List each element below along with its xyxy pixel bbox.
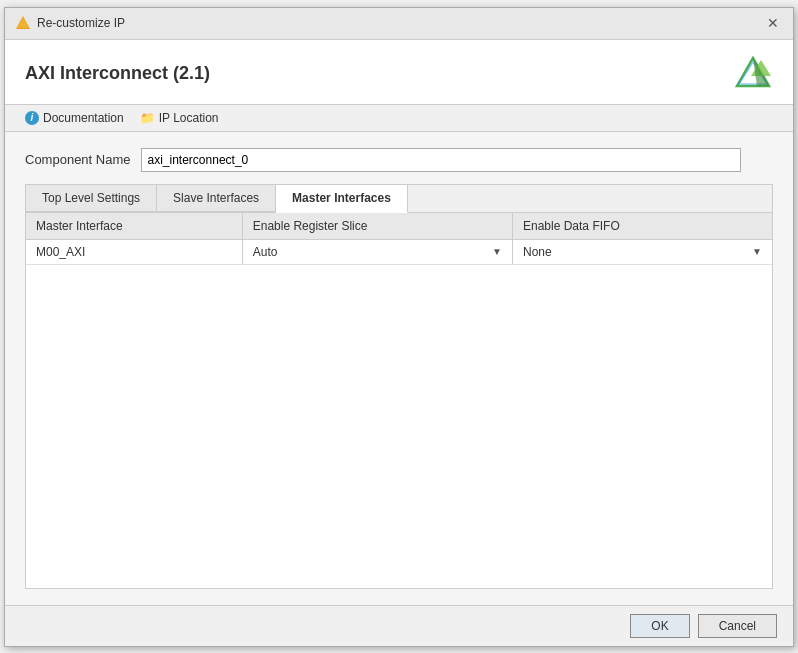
doc-label: Documentation: [43, 111, 124, 125]
info-icon: i: [25, 111, 39, 125]
app-logo: [733, 54, 773, 94]
cell-data-fifo[interactable]: None▼: [513, 239, 773, 264]
ip-location-label: IP Location: [159, 111, 219, 125]
folder-icon: 📁: [140, 111, 155, 125]
tab-slave-interfaces[interactable]: Slave Interfaces: [157, 185, 276, 212]
close-button[interactable]: ✕: [763, 16, 783, 30]
component-name-row: Component Name: [25, 148, 773, 172]
content-area: Component Name Top Level Settings Slave …: [5, 132, 793, 605]
tab-master-interfaces[interactable]: Master Interfaces: [276, 185, 408, 213]
tab-bar: Top Level Settings Slave Interfaces Mast…: [26, 185, 772, 213]
header-section: AXI Interconnect (2.1): [5, 40, 793, 105]
col-header-interface: Master Interface: [26, 213, 242, 240]
tab-top-level-settings[interactable]: Top Level Settings: [26, 185, 157, 212]
svg-marker-1: [17, 17, 29, 28]
component-name-input[interactable]: [141, 148, 741, 172]
main-window: Re-customize IP ✕ AXI Interconnect (2.1)…: [4, 7, 794, 647]
table-row: M00_AXIAuto▼None▼: [26, 239, 772, 264]
title-bar: Re-customize IP ✕: [5, 8, 793, 40]
cell-interface: M00_AXI: [26, 239, 242, 264]
tab-content: Master Interface Enable Register Slice E…: [26, 213, 772, 588]
cell-reg-slice[interactable]: Auto▼: [242, 239, 512, 264]
master-interfaces-table: Master Interface Enable Register Slice E…: [26, 213, 772, 265]
window-title: Re-customize IP: [37, 16, 125, 30]
ip-location-button[interactable]: 📁 IP Location: [140, 111, 219, 125]
col-header-reg-slice: Enable Register Slice: [242, 213, 512, 240]
footer: OK Cancel: [5, 605, 793, 646]
toolbar: i Documentation 📁 IP Location: [5, 105, 793, 132]
tabs-panel: Top Level Settings Slave Interfaces Mast…: [25, 184, 773, 589]
app-title: AXI Interconnect (2.1): [25, 63, 210, 84]
table-header-row: Master Interface Enable Register Slice E…: [26, 213, 772, 240]
col-header-data-fifo: Enable Data FIFO: [513, 213, 773, 240]
component-name-label: Component Name: [25, 152, 131, 167]
ok-button[interactable]: OK: [630, 614, 689, 638]
documentation-button[interactable]: i Documentation: [25, 111, 124, 125]
cancel-button[interactable]: Cancel: [698, 614, 777, 638]
title-bar-left: Re-customize IP: [15, 15, 125, 31]
title-icon: [15, 15, 31, 31]
